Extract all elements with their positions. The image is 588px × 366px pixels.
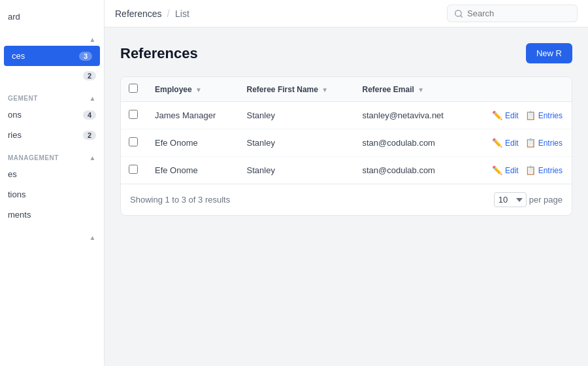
col-employee: Employee ▼ [146,77,238,102]
topbar: References / List [105,0,588,27]
sidebar-section-header-2: GEMENT ▲ [0,88,104,105]
row-checkbox-cell [121,129,146,157]
sidebar-item-badge: 3 [79,52,92,61]
entries-icon: 📋 [525,165,536,175]
sidebar: ard ▲ ces 3 2 GEMENT ▲ ons 4 ries 2 [0,0,105,366]
sidebar-item-entries[interactable]: ries 2 [0,125,104,145]
sidebar-item-label: ons [8,110,22,120]
row-checkbox-1[interactable] [129,137,138,146]
breadcrumb-current: List [175,8,189,19]
sidebar-item-badge: 2 [83,71,96,80]
table-row: Efe Onome Stanley stan@codulab.com ✏️ Ed… [121,157,572,184]
references-table-container: Employee ▼ Referee First Name ▼ Referee … [120,76,572,216]
sidebar-section-header-1: ▲ [0,29,104,46]
edit-label: Edit [505,139,519,148]
edit-button-1[interactable]: ✏️ Edit [492,138,519,148]
col-email: Referee Email ▼ [353,77,468,102]
pagination-bar: Showing 1 to 3 of 3 results 102550100 pe… [121,184,572,215]
pencil-icon: ✏️ [492,165,502,175]
new-reference-button[interactable]: New R [526,43,572,63]
sort-icon-firstname: ▼ [321,86,328,93]
col-actions [468,77,572,102]
row-firstname-1: Stanley [238,129,353,157]
row-email-2: stan@codulab.com [353,157,468,184]
sidebar-item-badge: 4 [83,110,96,120]
sidebar-item-dashboard[interactable]: ard [0,7,104,27]
sort-icon-employee: ▼ [195,86,202,93]
search-icon [454,9,463,18]
edit-button-2[interactable]: ✏️ Edit [492,165,519,175]
entries-button-0[interactable]: 📋 Entries [525,110,563,120]
sidebar-item-references[interactable]: ces 3 [4,46,100,66]
chevron-up-icon: ▲ [90,36,96,43]
sidebar-item-label: es [8,169,17,179]
select-all-col [121,77,146,102]
entries-button-1[interactable]: 📋 Entries [525,138,563,148]
sidebar-section-header-4: ▲ [0,227,104,244]
references-table: Employee ▼ Referee First Name ▼ Referee … [121,77,572,184]
row-email-1: stan@codulab.com [353,129,468,157]
chevron-up-icon-4: ▲ [90,234,96,241]
sidebar-section-references: ▲ ces 3 2 [0,29,104,86]
sidebar-item-label: tions [8,190,25,199]
svg-line-1 [461,15,463,17]
sidebar-item-label: ries [8,130,22,140]
pencil-icon: ✏️ [492,138,502,148]
breadcrumb: References / List [115,8,189,20]
entries-icon: 📋 [525,110,536,120]
pagination-info: Showing 1 to 3 of 3 results [130,195,230,205]
entries-icon: 📋 [525,138,536,148]
chevron-up-icon-2: ▲ [90,95,96,102]
row-checkbox-cell [121,157,146,184]
sidebar-item-label: ments [8,210,31,220]
sidebar-item-employees[interactable]: es [0,164,104,184]
row-checkbox-0[interactable] [129,110,138,119]
table-row: James Manager Stanley stanley@netaviva.n… [121,102,572,129]
row-firstname-2: Stanley [238,157,353,184]
sidebar-item-label: ces [12,51,25,61]
per-page-label: per page [529,195,563,205]
sidebar-section-header-3: MANAGEMENT ▲ [0,148,104,164]
sidebar-item-departments[interactable]: ments [0,205,104,225]
sidebar-section-label: MANAGEMENT [8,154,59,161]
row-employee-1: Efe Onome [146,129,238,157]
table-header-row: Employee ▼ Referee First Name ▼ Referee … [121,77,572,102]
per-page-control: 102550100 per page [494,192,563,207]
search-input[interactable] [467,8,570,18]
row-actions-0: ✏️ Edit 📋 Entries [468,102,572,129]
page-title: References [120,45,198,62]
edit-button-0[interactable]: ✏️ Edit [492,110,519,120]
row-actions-1: ✏️ Edit 📋 Entries [468,129,572,157]
sidebar-section-bottom: ▲ [0,227,104,244]
row-employee-0: James Manager [146,102,238,129]
select-all-checkbox[interactable] [129,84,138,93]
sidebar-item-ref-sub[interactable]: 2 [0,66,104,86]
entries-label: Entries [538,166,563,175]
entries-label: Entries [538,139,563,148]
sidebar-item-positions[interactable]: tions [0,184,104,205]
row-employee-2: Efe Onome [146,157,238,184]
per-page-select[interactable]: 102550100 [494,192,527,207]
breadcrumb-root[interactable]: References [115,8,162,19]
edit-label: Edit [505,166,519,175]
row-email-0: stanley@netaviva.net [353,102,468,129]
row-checkbox-cell [121,102,146,129]
chevron-up-icon-3: ▲ [90,154,96,161]
sidebar-section-dashboard: ard [0,7,104,27]
row-actions-2: ✏️ Edit 📋 Entries [468,157,572,184]
row-checkbox-2[interactable] [129,165,138,174]
search-box[interactable] [447,5,578,22]
col-first-name: Referee First Name ▼ [238,77,353,102]
breadcrumb-separator: / [167,8,170,20]
sidebar-section-management: GEMENT ▲ ons 4 ries 2 [0,88,104,145]
content-area: References New R Employee ▼ Refere [105,27,588,366]
sort-icon-email: ▼ [417,86,424,93]
sidebar-section-user-management: MANAGEMENT ▲ es tions ments [0,148,104,225]
main-area: References / List References New R [105,0,588,366]
sidebar-item-options[interactable]: ons 4 [0,105,104,125]
entries-button-2[interactable]: 📋 Entries [525,165,563,175]
edit-label: Edit [505,111,519,120]
sidebar-item-badge: 2 [83,131,96,140]
row-firstname-0: Stanley [238,102,353,129]
table-row: Efe Onome Stanley stan@codulab.com ✏️ Ed… [121,129,572,157]
